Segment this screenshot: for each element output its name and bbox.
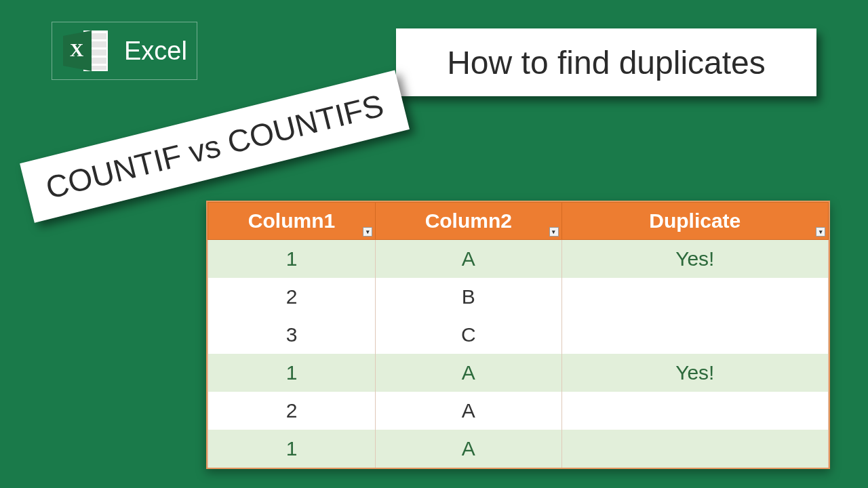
table-cell[interactable]: A	[376, 240, 562, 278]
title-text: How to find duplicates	[447, 44, 766, 81]
table-cell[interactable]: 2	[208, 278, 376, 316]
filter-icon[interactable]: ▾	[549, 227, 559, 237]
table-cell[interactable]: A	[376, 430, 562, 468]
col-header-1[interactable]: Column1 ▾	[208, 203, 376, 240]
table-row: 1AYes!	[208, 354, 829, 392]
banner-text: COUNTIF vs COUNTIFS	[42, 87, 387, 206]
col-header-3[interactable]: Duplicate ▾	[561, 203, 828, 240]
excel-icon: X	[62, 28, 111, 74]
col-header-3-label: Duplicate	[649, 209, 741, 232]
table-cell[interactable]: Yes!	[561, 240, 828, 278]
table-cell[interactable]: 3	[208, 316, 376, 354]
table-row: 2A	[208, 392, 829, 430]
table-header-row: Column1 ▾ Column2 ▾ Duplicate ▾	[208, 203, 829, 240]
table-cell[interactable]: B	[376, 278, 562, 316]
table-cell[interactable]: C	[376, 316, 562, 354]
table-cell[interactable]: A	[376, 392, 562, 430]
table-row: 2B	[208, 278, 829, 316]
table-cell[interactable]	[561, 278, 828, 316]
title-box: How to find duplicates	[396, 28, 816, 96]
col-header-2-label: Column2	[425, 209, 512, 232]
filter-icon[interactable]: ▾	[363, 227, 372, 237]
table-row: 3C	[208, 316, 829, 354]
table-row: 1AYes!	[208, 240, 829, 278]
table-cell[interactable]	[561, 316, 828, 354]
countif-banner: COUNTIF vs COUNTIFS	[20, 70, 410, 222]
table-cell[interactable]: A	[376, 354, 562, 392]
table-cell[interactable]: 2	[208, 392, 376, 430]
table-cell[interactable]	[561, 430, 828, 468]
col-header-1-label: Column1	[248, 209, 335, 232]
table-cell[interactable]: 1	[208, 430, 376, 468]
table-cell[interactable]: Yes!	[561, 354, 828, 392]
duplicates-table: Column1 ▾ Column2 ▾ Duplicate ▾ 1AYes!2B…	[206, 201, 830, 469]
excel-logo-block: X Excel	[52, 22, 197, 80]
table-cell[interactable]	[561, 392, 828, 430]
excel-icon-letter: X	[70, 39, 83, 60]
excel-label: Excel	[124, 37, 187, 66]
table-cell[interactable]: 1	[208, 354, 376, 392]
filter-icon[interactable]: ▾	[816, 227, 825, 237]
table-row: 1A	[208, 430, 829, 468]
col-header-2[interactable]: Column2 ▾	[376, 203, 562, 240]
table-cell[interactable]: 1	[208, 240, 376, 278]
